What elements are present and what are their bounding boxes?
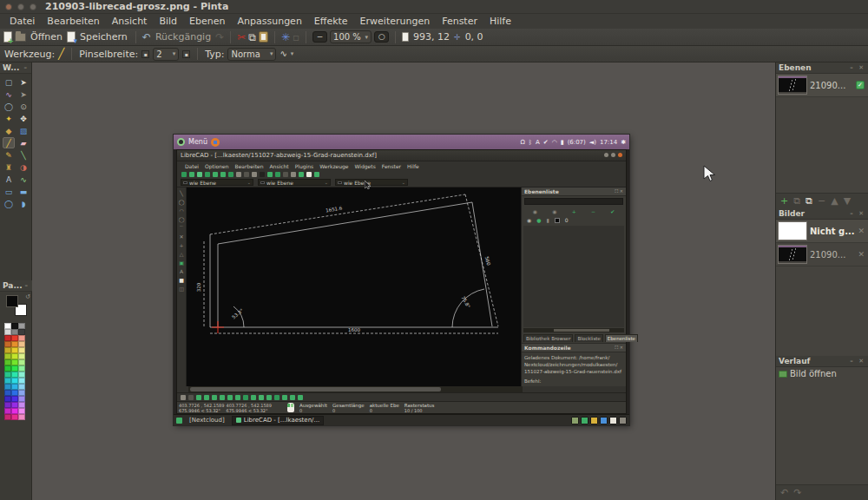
menu-item[interactable]: Erweiterungen <box>354 15 437 28</box>
gradient-tool[interactable]: ▨ <box>17 125 30 136</box>
palette-color[interactable] <box>4 378 11 384</box>
palette-color[interactable] <box>18 414 25 420</box>
canvas-image[interactable]: Menü ΩᛒA✔◠▮(6:07)◄)17:14✱ LibreCAD - [..… <box>174 135 629 425</box>
palette-color[interactable] <box>11 378 18 384</box>
palette-color[interactable] <box>11 408 18 414</box>
menu-item[interactable]: Hilfe <box>483 15 517 28</box>
palette-color[interactable] <box>11 347 18 353</box>
palette-color[interactable] <box>4 408 11 414</box>
palette-color[interactable] <box>18 384 25 390</box>
palette-color[interactable] <box>4 384 11 390</box>
menu-item[interactable]: Fenster <box>436 15 483 28</box>
palette-color[interactable] <box>11 384 18 390</box>
palette-color[interactable] <box>18 347 25 353</box>
palette-color[interactable] <box>4 341 11 347</box>
line-style-icon[interactable]: ∿ <box>279 49 286 59</box>
palette-color[interactable] <box>18 408 25 414</box>
collapse-icon[interactable]: – <box>24 64 30 71</box>
layer-up-icon[interactable]: ▲ <box>831 196 838 207</box>
layer-visibility-checkbox[interactable]: ✓ <box>856 81 865 89</box>
zoom-in-icon[interactable]: ○ <box>374 31 389 43</box>
menu-item[interactable]: Bild <box>153 15 183 28</box>
crop-to-selection-icon[interactable]: ✳ <box>281 32 290 43</box>
menu-item[interactable]: Bearbeiten <box>41 15 105 28</box>
menu-item[interactable]: Effekte <box>308 15 354 28</box>
open-icon[interactable] <box>15 33 26 42</box>
palette-color[interactable] <box>4 347 11 353</box>
palette-color[interactable] <box>11 359 18 365</box>
chevron-down-icon[interactable]: ▾ <box>291 50 294 57</box>
minimize-window-icon[interactable] <box>17 3 24 10</box>
clone-stamp-tool[interactable]: ♜ <box>3 161 15 173</box>
palette-color[interactable] <box>11 396 18 402</box>
palette-color[interactable] <box>4 359 11 365</box>
palette-color[interactable] <box>4 329 11 335</box>
eraser-tool[interactable]: ▰ <box>17 137 30 148</box>
palette-color[interactable] <box>4 396 11 402</box>
move-selected-tool[interactable]: ➤ <box>17 89 30 100</box>
collapse-icon[interactable]: – <box>25 282 30 289</box>
palette-color[interactable] <box>4 323 11 329</box>
palette-color[interactable] <box>18 365 25 372</box>
close-icon[interactable]: ✕ <box>858 64 865 71</box>
palette-color[interactable] <box>4 402 11 408</box>
open-button[interactable]: Öffnen <box>30 31 62 43</box>
palette-color[interactable] <box>11 402 18 408</box>
freeform-shape-tool[interactable]: ◗ <box>17 198 30 209</box>
text-tool[interactable]: A <box>3 174 15 185</box>
history-entry[interactable]: Bild öffnen <box>776 367 868 380</box>
palette-color[interactable] <box>11 372 18 378</box>
layer-down-icon[interactable]: ▼ <box>844 196 851 207</box>
rectangle-tool[interactable]: ▭ <box>3 186 15 197</box>
palette-color[interactable] <box>4 372 11 378</box>
menu-item[interactable]: Datei <box>3 15 41 28</box>
palette-color[interactable] <box>11 390 18 396</box>
close-icon[interactable]: ✕ <box>858 210 865 217</box>
palette-color[interactable] <box>11 353 18 359</box>
zoom-level-select[interactable]: 100 %▾ <box>330 30 372 43</box>
palette-color[interactable] <box>18 341 25 347</box>
palette-color[interactable] <box>18 390 25 396</box>
palette-color[interactable] <box>4 414 11 420</box>
reset-colors-icon[interactable]: ↺ <box>25 293 30 300</box>
palette-color[interactable] <box>18 353 25 359</box>
pencil-tool[interactable]: ✎ <box>3 149 15 161</box>
history-undo-icon[interactable]: ↶ <box>780 488 788 498</box>
add-layer-icon[interactable]: + <box>780 196 788 207</box>
palette-color[interactable] <box>18 335 25 341</box>
undo-button[interactable]: Rückgängig <box>155 31 211 43</box>
palette-color[interactable] <box>4 335 11 341</box>
palette-color[interactable] <box>11 335 18 341</box>
copy-icon[interactable]: ⧉ <box>248 32 256 43</box>
pan-tool[interactable]: ✥ <box>17 113 30 124</box>
palette-color[interactable] <box>18 359 25 365</box>
palette-color[interactable] <box>18 329 25 335</box>
close-image-icon[interactable]: ✕ <box>858 227 865 235</box>
close-icon[interactable]: ✕ <box>858 358 865 365</box>
palette-color[interactable] <box>18 402 25 408</box>
color-picker-tool[interactable]: ╲ <box>17 149 30 161</box>
maximize-window-icon[interactable] <box>30 3 36 10</box>
brush-width-decrease[interactable]: ▪ <box>141 50 149 58</box>
menu-item[interactable]: Ebenen <box>183 15 231 28</box>
rounded-rectangle-tool[interactable]: ▬ <box>17 186 30 197</box>
palette-color[interactable] <box>4 365 11 372</box>
palette-color[interactable] <box>11 323 18 329</box>
menu-item[interactable]: Ansicht <box>106 15 154 28</box>
close-window-icon[interactable] <box>5 3 12 10</box>
move-selection-tool[interactable]: ➤ <box>17 76 30 88</box>
merge-layer-icon[interactable]: ⧉ <box>806 196 812 207</box>
brush-width-select[interactable]: 2▾ <box>153 48 179 61</box>
duplicate-layer-icon[interactable]: ⧉ <box>793 196 800 207</box>
collapse-icon[interactable]: – <box>850 358 855 365</box>
line-curve-tool[interactable]: ∿ <box>17 174 30 185</box>
palette-color[interactable] <box>18 372 25 378</box>
palette-color[interactable] <box>4 353 11 359</box>
primary-color-swatch[interactable] <box>6 295 18 307</box>
deselect-icon[interactable]: ▫ <box>293 32 299 43</box>
menu-item[interactable]: Anpassungen <box>232 15 308 28</box>
cut-icon[interactable]: ✂ <box>237 32 246 43</box>
palette-color[interactable] <box>11 414 18 420</box>
lasso-select-tool[interactable]: ∿ <box>3 89 15 100</box>
close-image-icon[interactable]: ✕ <box>858 250 865 259</box>
